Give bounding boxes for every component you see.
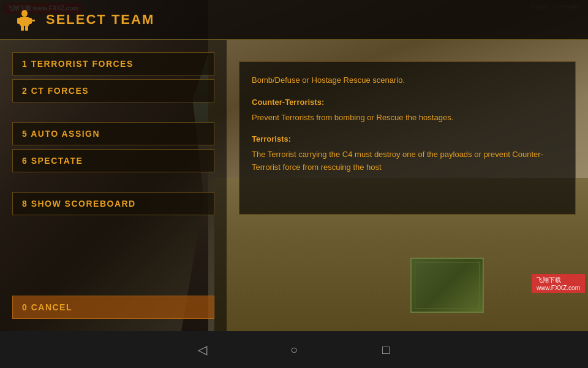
svg-rect-4 <box>21 26 24 31</box>
desc-ct-section: Counter-Terrorists: Prevent Terrorists f… <box>252 96 563 125</box>
menu-item-terrorist-forces[interactable]: 1 TERRORIST FORCES <box>12 52 214 75</box>
top-bar: SELECT TEAM <box>0 0 588 40</box>
description-panel: Bomb/Defuse or Hostage Rescue scenario. … <box>239 61 576 215</box>
menu-item-auto-assign[interactable]: 5 AUTO ASSIGN <box>12 122 214 145</box>
recents-button[interactable]: □ <box>377 340 395 359</box>
desc-t-section: Terrorists: The Terrorist carrying the C… <box>252 133 563 174</box>
android-nav-bar: ◁ ○ □ <box>0 331 588 368</box>
left-panel: 1 TERRORIST FORCES 2 CT FORCES 5 AUTO AS… <box>0 40 227 331</box>
svg-rect-5 <box>25 26 28 31</box>
menu-item-cancel[interactable]: 0 CANCEL <box>12 296 214 319</box>
flex-spacer <box>12 219 214 292</box>
player-icon <box>12 7 37 32</box>
menu-item-spectate[interactable]: 6 SPECTATE <box>12 149 214 172</box>
svg-rect-2 <box>17 18 21 24</box>
game-screen: 飞翔下载 www.FXXZ.com Player: scoreboard SEL… <box>0 0 588 331</box>
desc-ct-body: Prevent Terrorists from bombing or Rescu… <box>252 112 563 125</box>
home-button[interactable]: ○ <box>285 340 303 359</box>
desc-t-title: Terrorists: <box>252 133 563 146</box>
svg-rect-6 <box>29 20 35 21</box>
menu-item-ct-forces[interactable]: 2 CT FORCES <box>12 79 214 102</box>
select-team-title: SELECT TEAM <box>46 12 154 28</box>
desc-ct-title: Counter-Terrorists: <box>252 96 563 109</box>
spacer-2 <box>12 176 214 188</box>
app-brand-bottomright: 飞翔下载 www.FXXZ.com <box>532 274 585 293</box>
crate-object <box>410 258 484 313</box>
spacer-1 <box>12 106 214 118</box>
back-button[interactable]: ◁ <box>193 340 211 359</box>
desc-intro: Bomb/Defuse or Hostage Rescue scenario. <box>252 74 563 87</box>
svg-point-0 <box>21 10 28 17</box>
menu-item-scoreboard[interactable]: 8 SHOW SCOREBOARD <box>12 192 214 215</box>
desc-t-body: The Terrorist carrying the C4 must destr… <box>252 148 563 174</box>
